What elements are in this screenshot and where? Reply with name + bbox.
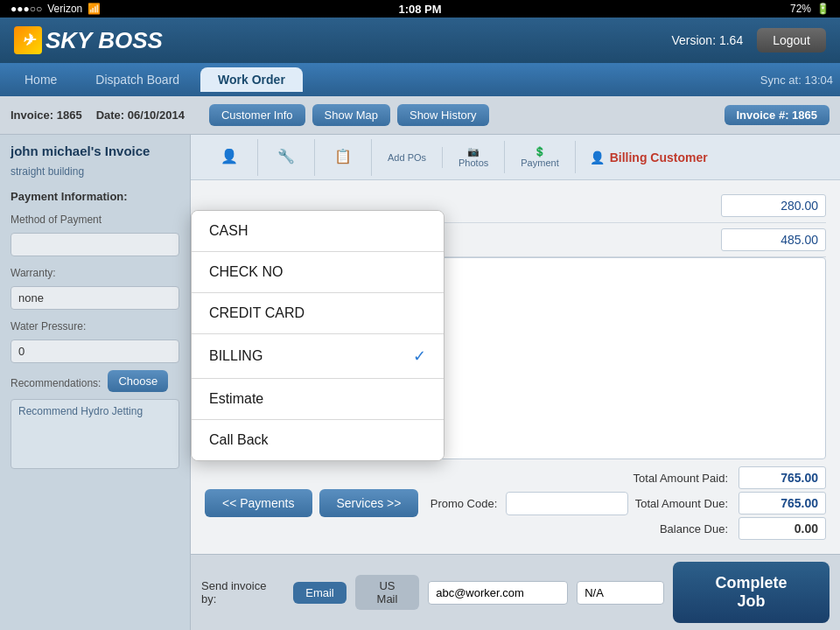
method-label: Method of Payment [10,214,179,226]
invoice-title: john michael's Invoice [10,144,179,158]
send-invoice-label: Send invoice by: [201,579,284,606]
icon-2: 🔧 [274,144,298,169]
mail-toggle-button[interactable]: US Mail [355,575,419,610]
total-due-row: Total Amount Due: 765.00 [634,492,826,514]
show-history-button[interactable]: Show History [397,104,489,126]
dropdown-billing-check: ✓ [413,346,426,366]
billing-icon: 👤 [590,150,605,164]
payment-section-label: Payment Information: [10,190,179,203]
add-pos-tab[interactable]: Add POs [372,147,443,168]
logo: ✈ SKY BOSS [14,26,163,54]
total-due-label: Total Amount Due: [635,497,728,510]
recommendations-label: Recommendations: [10,377,101,389]
sync-time: 13:04 [804,74,833,87]
logo-text: SKY BOSS [46,27,163,54]
email-input[interactable] [428,581,568,605]
carrier-info: ●●●○○ Verizon 📶 [10,3,101,15]
logout-button[interactable]: Logout [757,28,826,52]
water-pressure-input[interactable] [10,340,179,363]
method-input[interactable] [10,233,179,256]
amount-value-2: 485.00 [721,228,826,251]
add-pos-label: Add POs [388,152,426,163]
amount-value-1: 280.00 [721,194,826,217]
dropdown-item-checkno[interactable]: CHECK NO [192,252,444,293]
tab-home[interactable]: Home [7,67,74,92]
dropdown-estimate-label: Estimate [209,391,263,407]
bottom-nav: << Payments Services >> [205,489,425,517]
recommendations-box: Recommend Hydro Jetting [10,399,179,469]
sync-info: Sync at: 13:04 [760,74,833,87]
tab-icon-1[interactable]: 👤 [201,139,258,176]
photos-label: Photos [458,158,488,168]
sidebar: john michael's Invoice straight building… [0,135,191,630]
billing-customer-tab[interactable]: 👤 Billing Customer [576,145,722,170]
balance-row: Balance Due: 0.00 [634,517,826,540]
icon-1: 👤 [217,144,242,169]
complete-job-button[interactable]: Complete Job [673,562,830,623]
tab-icon-3[interactable]: 📋 [315,139,372,176]
warranty-input[interactable] [10,286,179,310]
invoice-badge: Invoice #: 1865 [724,105,830,125]
promo-input[interactable] [506,492,628,515]
date-value: 06/10/2014 [128,108,185,122]
tab-dispatch-board[interactable]: Dispatch Board [78,67,197,92]
na-input[interactable] [577,581,664,605]
date-label: Date: [96,108,125,122]
tab-icon-2[interactable]: 🔧 [258,139,315,176]
icon-3: 📋 [331,144,355,169]
wifi-icon: 📶 [88,3,101,15]
services-button[interactable]: Services >> [319,489,419,517]
action-buttons: Customer Info Show Map Show History [209,104,489,126]
invoice-label: Invoice: [10,108,53,122]
total-paid-value: 765.00 [738,466,826,489]
invoice-info: Invoice: 1865 [10,108,82,122]
sync-label: Sync at: [760,74,802,87]
photos-tab[interactable]: 📷 Photos [443,141,505,173]
dropdown-billing-label: BILLING [209,348,262,364]
date-info: Date: 06/10/2014 [96,108,185,122]
dropdown-item-callback[interactable]: Call Back [192,420,444,460]
total-paid-label: Total Amount Paid: [634,472,728,485]
dropdown-callback-label: Call Back [209,432,269,448]
tab-icons-row: 👤 🔧 📋 Add POs 📷 Photos 💲 Payment 👤 Bil [191,135,840,180]
recommendations-row: Recommendations: Choose [10,370,179,392]
tab-bar: Home Dispatch Board Work Order Sync at: … [0,63,840,96]
warranty-label: Warranty: [10,267,179,279]
dropdown-item-creditcard[interactable]: CREDIT CARD [192,293,444,334]
dropdown-checkno-label: CHECK NO [209,264,283,280]
invoice-subtitle: straight building [10,165,179,178]
status-time: 1:08 PM [398,3,441,16]
payment-icon: 💲 [534,146,546,158]
billing-label: Billing Customer [610,150,708,164]
signal-icon: ●●●○○ [10,3,42,15]
battery-info: 72% 🔋 [790,3,830,15]
bottom-section: Send invoice by: Email US Mail Complete … [191,554,840,630]
balance-label: Balance Due: [660,522,728,536]
customer-info-button[interactable]: Customer Info [209,104,305,126]
promo-row: Promo Code: [430,492,629,515]
balance-value: 0.00 [738,517,826,540]
total-due-value: 765.00 [738,492,826,514]
water-pressure-label: Water Pressure: [10,320,179,332]
logo-icon: ✈ [14,26,42,54]
dropdown-item-cash[interactable]: CASH [192,211,444,252]
photos-icon: 📷 [467,146,480,158]
choose-button[interactable]: Choose [108,370,168,392]
dropdown-item-billing[interactable]: BILLING ✓ [192,334,444,379]
dropdown-creditcard-label: CREDIT CARD [209,305,304,321]
payment-tab[interactable]: 💲 Payment [505,141,575,173]
payments-button[interactable]: << Payments [205,489,312,517]
payment-method-dropdown: CASH CHECK NO CREDIT CARD BILLING ✓ Esti… [191,210,444,461]
tab-work-order[interactable]: Work Order [200,67,303,92]
dropdown-item-estimate[interactable]: Estimate [192,379,444,420]
carrier-name: Verizon [47,3,82,15]
email-toggle-button[interactable]: Email [293,582,346,604]
show-map-button[interactable]: Show Map [312,104,390,126]
payment-label: Payment [521,158,558,168]
battery-icon: 🔋 [816,3,830,15]
invoice-row: Invoice: 1865 Date: 06/10/2014 Customer … [0,96,840,135]
total-paid-row: Total Amount Paid: 765.00 [634,466,826,489]
totals-section: Total Amount Paid: 765.00 Total Amount D… [634,466,826,540]
status-bar: ●●●○○ Verizon 📶 1:08 PM 72% 🔋 [0,0,840,18]
promo-label: Promo Code: [430,497,498,510]
